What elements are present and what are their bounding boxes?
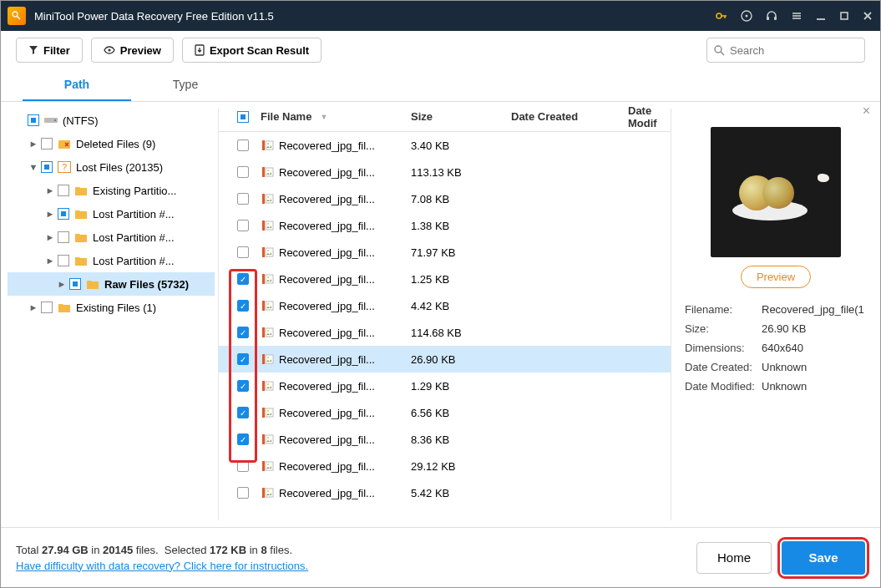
row-checkbox[interactable] [237,193,249,205]
tree-checkbox[interactable] [58,185,69,196]
folder-tree[interactable]: (NTFS)►Deleted Files (9)▼?Lost Files (20… [1,102,218,527]
open-preview-button[interactable]: Preview [741,266,811,288]
col-date-created[interactable]: Date Created [511,110,628,123]
svg-rect-35 [262,247,265,257]
chevron-icon[interactable]: ► [43,232,58,242]
preview-button[interactable]: Preview [91,38,174,63]
col-date-modified[interactable]: Date Modif [628,104,664,129]
tree-node[interactable]: ►Lost Partition #... [8,249,215,272]
row-checkbox[interactable]: ✓ [237,353,249,365]
svg-line-19 [721,52,724,55]
table-row[interactable]: Recovered_jpg_fil...29.12 KB [219,453,671,479]
file-size: 7.08 KB [411,193,511,205]
row-checkbox[interactable] [237,246,249,258]
file-size: 3.40 KB [411,139,511,152]
row-checkbox[interactable]: ✓ [237,433,249,445]
tree-node[interactable]: ►Existing Partitio... [8,179,215,202]
maximize-icon[interactable] [838,10,850,22]
tree-checkbox[interactable] [41,302,53,313]
row-checkbox[interactable] [237,487,249,499]
folder-icon [58,302,71,313]
tree-checkbox[interactable] [41,138,53,150]
row-checkbox[interactable]: ✓ [237,273,249,285]
col-size[interactable]: Size [411,110,511,123]
svg-rect-8 [774,17,777,20]
table-row[interactable]: ✓Recovered_jpg_fil...1.29 KB [219,373,671,399]
table-row[interactable]: ✓Recovered_jpg_fil...6.56 KB [219,399,671,426]
svg-rect-50 [262,381,265,391]
row-checkbox[interactable] [237,460,249,472]
svg-point-64 [267,490,269,492]
chevron-icon[interactable]: ► [43,256,58,266]
tree-node[interactable]: ▼?Lost Files (20135) [8,155,215,179]
preview-panel: × Preview Filename:Recovered_jpg_file(1S… [671,102,880,527]
search-box[interactable] [706,38,865,63]
file-name: Recovered_jpg_fil... [279,353,411,366]
table-row[interactable]: ✓Recovered_jpg_fil...4.42 KB [219,292,671,319]
tab-path[interactable]: Path [23,69,131,101]
home-button[interactable]: Home [696,542,772,574]
table-row[interactable]: ✓Recovered_jpg_fil...26.90 KB [219,346,671,373]
tree-checkbox[interactable] [69,278,81,290]
save-button[interactable]: Save [782,541,865,575]
menu-icon[interactable] [790,9,803,23]
svg-point-28 [267,170,269,171]
disc-icon[interactable] [740,9,753,23]
minimize-icon[interactable] [815,10,827,22]
table-row[interactable]: ✓Recovered_jpg_fil...114.68 KB [219,319,671,346]
file-size: 5.42 KB [411,487,511,499]
help-link[interactable]: Have difficulty with data recovery? Clic… [16,560,308,572]
table-row[interactable]: Recovered_jpg_fil...3.40 KB [219,132,671,159]
tree-checkbox[interactable] [58,231,69,243]
col-filename[interactable]: File Name▼ [261,110,411,123]
svg-point-25 [267,143,269,144]
close-panel-icon[interactable]: × [863,104,870,119]
chevron-icon[interactable]: ► [54,279,69,289]
search-input[interactable] [730,44,858,57]
tree-node[interactable]: ►Deleted Files (9) [8,132,215,155]
tree-node[interactable]: ►Existing Files (1) [8,296,215,319]
table-row[interactable]: ✓Recovered_jpg_fil...8.36 KB [219,426,671,453]
row-checkbox[interactable]: ✓ [237,380,249,392]
tree-node[interactable]: ►Lost Partition #... [8,226,215,249]
svg-rect-33 [266,221,273,230]
chevron-icon[interactable]: ► [26,139,41,149]
row-checkbox[interactable] [237,220,249,231]
table-row[interactable]: Recovered_jpg_fil...71.97 KB [219,239,671,266]
tree-node[interactable]: ►Raw Files (5732) [8,272,215,296]
tree-checkbox[interactable] [58,255,69,266]
tree-node[interactable]: (NTFS) [8,109,215,132]
row-checkbox[interactable]: ✓ [237,407,249,418]
svg-rect-30 [266,195,273,203]
tree-node[interactable]: ►Lost Partition #... [8,202,215,226]
svg-rect-42 [266,302,273,310]
row-checkbox[interactable] [237,139,249,151]
tree-checkbox[interactable] [28,114,39,126]
row-checkbox[interactable] [237,166,249,178]
table-row[interactable]: ✓Recovered_jpg_fil...1.25 KB [219,266,671,292]
funnel-icon [28,45,38,55]
scan-stats: Total 27.94 GB in 20145 files. Selected … [16,544,308,556]
tab-type[interactable]: Type [131,69,240,101]
key-icon[interactable] [715,9,728,23]
chevron-icon[interactable]: ► [43,209,58,219]
table-row[interactable]: Recovered_jpg_fil...1.38 KB [219,212,671,239]
filter-button[interactable]: Filter [16,38,83,63]
file-name: Recovered_jpg_fil... [279,407,411,419]
export-button[interactable]: Export Scan Result [182,38,322,63]
table-row[interactable]: Recovered_jpg_fil...113.13 KB [219,159,671,185]
row-checkbox[interactable]: ✓ [237,327,249,338]
table-row[interactable]: Recovered_jpg_fil...7.08 KB [219,185,671,212]
chevron-icon[interactable]: ► [26,302,41,312]
tree-checkbox[interactable] [41,161,53,173]
chevron-icon[interactable]: ► [43,185,58,195]
headphones-icon[interactable] [765,9,778,23]
row-checkbox[interactable]: ✓ [237,300,249,312]
chevron-icon[interactable]: ▼ [26,162,41,172]
close-icon[interactable] [862,10,873,22]
tree-label: (NTFS) [63,114,99,127]
table-row[interactable]: Recovered_jpg_fil...5.42 KB [219,479,671,506]
tree-checkbox[interactable] [58,208,69,220]
select-all-checkbox[interactable] [237,111,249,123]
tree-label: Existing Partitio... [93,185,176,197]
